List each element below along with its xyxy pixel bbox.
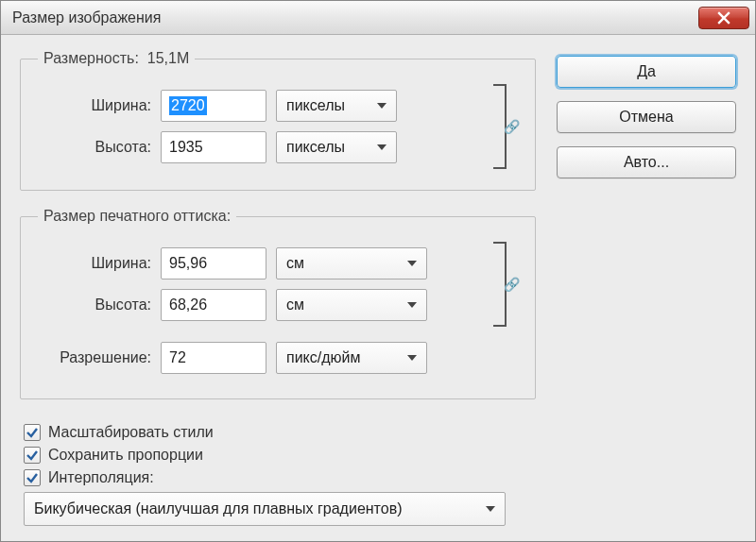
chevron-down-icon bbox=[407, 261, 417, 266]
auto-button-label: Авто... bbox=[624, 154, 669, 171]
close-button[interactable] bbox=[698, 7, 749, 29]
aspect-link-print: 🔗 bbox=[484, 238, 518, 330]
interp-label: Интерполяция: bbox=[48, 469, 154, 486]
ok-button-label: Да bbox=[637, 63, 656, 80]
pixel-dimensions-legend: Размерность: 15,1M bbox=[38, 50, 195, 67]
print-width-label: Ширина: bbox=[38, 255, 151, 272]
resolution-input[interactable] bbox=[161, 342, 266, 374]
resolution-unit-value: пикс/дюйм bbox=[286, 349, 361, 366]
chevron-down-icon bbox=[407, 355, 417, 361]
chevron-down-icon bbox=[407, 302, 417, 308]
interp-method-select[interactable]: Бикубическая (наилучшая для плавных град… bbox=[24, 492, 506, 526]
resolution-label: Разрешение: bbox=[38, 349, 151, 366]
print-width-unit-select[interactable]: см bbox=[276, 247, 427, 279]
constrain-label: Сохранить пропорции bbox=[48, 447, 203, 464]
chevron-down-icon bbox=[486, 506, 495, 512]
ok-button[interactable]: Да bbox=[557, 56, 736, 88]
print-height-unit-value: см bbox=[286, 296, 304, 313]
height-input[interactable] bbox=[161, 131, 266, 163]
width-label: Ширина: bbox=[38, 97, 151, 114]
titlebar: Размер изображения bbox=[1, 1, 755, 35]
print-height-label: Высота: bbox=[38, 296, 151, 313]
cancel-button[interactable]: Отмена bbox=[557, 101, 736, 133]
chain-icon[interactable]: 🔗 bbox=[504, 119, 520, 134]
document-size-legend: Размер печатного оттиска: bbox=[38, 208, 236, 225]
image-size-dialog: Размер изображения Размерность: 15,1M Ши… bbox=[0, 0, 756, 542]
height-unit-select[interactable]: пикселы bbox=[276, 131, 397, 163]
height-label: Высота: bbox=[38, 139, 151, 156]
interp-method-value: Бикубическая (наилучшая для плавных град… bbox=[34, 500, 402, 517]
interp-checkbox[interactable] bbox=[24, 469, 41, 486]
width-unit-value: пикселы bbox=[286, 97, 345, 114]
chain-icon[interactable]: 🔗 bbox=[504, 277, 520, 292]
width-input[interactable]: 2720 bbox=[161, 90, 266, 122]
close-icon bbox=[717, 11, 730, 25]
print-width-unit-value: см bbox=[286, 255, 304, 272]
filesize-text: 15,1M bbox=[147, 50, 189, 66]
cancel-button-label: Отмена bbox=[619, 109, 673, 126]
aspect-link-pixel: 🔗 bbox=[484, 80, 518, 173]
height-unit-value: пикселы bbox=[286, 139, 345, 156]
scale-styles-label: Масштабировать стили bbox=[48, 424, 214, 441]
width-value: 2720 bbox=[169, 96, 207, 115]
print-height-input[interactable] bbox=[161, 289, 266, 321]
document-size-group: Размер печатного оттиска: Ширина: см bbox=[20, 208, 536, 399]
print-height-unit-select[interactable]: см bbox=[276, 289, 427, 321]
legend-prefix: Размерность: bbox=[43, 50, 139, 66]
chevron-down-icon bbox=[377, 144, 387, 150]
auto-button[interactable]: Авто... bbox=[557, 146, 736, 178]
width-unit-select[interactable]: пикселы bbox=[276, 90, 397, 122]
resolution-unit-select[interactable]: пикс/дюйм bbox=[276, 342, 427, 374]
check-icon bbox=[26, 471, 39, 484]
window-title: Размер изображения bbox=[12, 9, 161, 26]
constrain-checkbox[interactable] bbox=[24, 447, 41, 464]
print-width-input[interactable] bbox=[161, 247, 266, 279]
check-icon bbox=[26, 449, 39, 462]
pixel-dimensions-group: Размерность: 15,1M Ширина: 2720 пикселы bbox=[20, 50, 536, 191]
chevron-down-icon bbox=[377, 103, 387, 109]
check-icon bbox=[26, 426, 39, 439]
scale-styles-checkbox[interactable] bbox=[24, 424, 41, 441]
